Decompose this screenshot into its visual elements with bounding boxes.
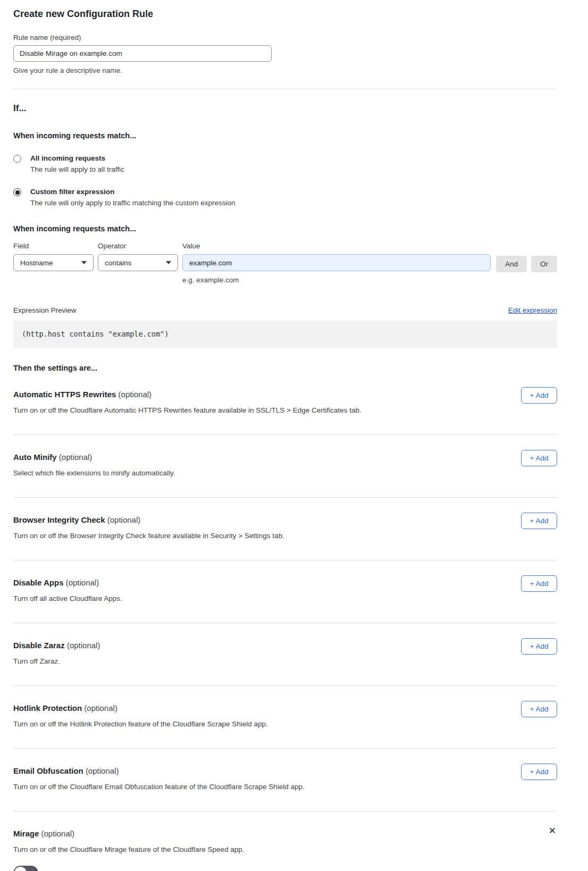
settings-heading: Then the settings are... — [13, 364, 557, 372]
add-button[interactable]: + Add — [521, 575, 557, 592]
field-column: Field Hostname — [13, 242, 94, 271]
rule-name-group: Rule name (required) Give your rule a de… — [13, 34, 557, 74]
setting-auto-minify: Auto Minify (optional) Select which file… — [13, 435, 557, 498]
radio-description: The rule will apply to all traffic — [30, 165, 124, 173]
optional-suffix: (optional) — [66, 578, 99, 587]
logic-buttons: And Or — [496, 256, 557, 272]
setting-disable-zaraz: Disable Zaraz (optional) Turn off Zaraz.… — [13, 623, 557, 686]
or-button[interactable]: Or — [531, 256, 557, 272]
value-column: Value e.g. example.com — [182, 242, 491, 284]
field-select-value: Hostname — [20, 259, 53, 267]
setting-title: Hotlink Protection (optional) — [13, 704, 557, 713]
add-button[interactable]: + Add — [521, 450, 557, 466]
toggle-knob — [14, 867, 27, 871]
edit-expression-link[interactable]: Edit expression — [508, 306, 557, 314]
setting-description: Turn on or off the Cloudflare Email Obfu… — [13, 783, 557, 791]
add-button[interactable]: + Add — [521, 701, 557, 717]
match-heading-1: When incoming requests match... — [13, 131, 557, 140]
chevron-down-icon — [166, 261, 171, 264]
setting-title: Email Obfuscation (optional) — [13, 766, 557, 775]
radio-description: The rule will only apply to traffic matc… — [30, 199, 235, 207]
add-button[interactable]: + Add — [521, 387, 557, 404]
expression-preview-code: (http.host contains "example.com") — [13, 321, 557, 348]
expression-preview-label: Expression Preview — [13, 306, 77, 314]
setting-description: Turn on or off the Browser Integrity Che… — [13, 532, 557, 540]
add-button[interactable]: + Add — [521, 764, 557, 780]
and-button[interactable]: And — [496, 256, 527, 272]
setting-description: Turn on or off the Hotlink Protection fe… — [13, 720, 557, 728]
setting-description: Turn off all active Cloudflare Apps. — [13, 594, 557, 602]
setting-description: Turn off Zaraz. — [13, 657, 557, 665]
expression-preview-header: Expression Preview Edit expression — [13, 306, 557, 314]
radio-option-custom-filter-expression[interactable]: Custom filter expression The rule will o… — [13, 188, 557, 207]
divider — [13, 89, 557, 89]
close-icon[interactable]: ✕ — [549, 826, 556, 835]
setting-title: Disable Zaraz (optional) — [13, 641, 557, 650]
chevron-down-icon — [81, 261, 87, 264]
setting-description: Turn on or off the Cloudflare Mirage fea… — [13, 845, 557, 853]
mirage-toggle-off[interactable]: ✕ — [13, 866, 38, 871]
field-label: Field — [13, 242, 94, 250]
setting-email-obfuscation: Email Obfuscation (optional) Turn on or … — [13, 749, 557, 811]
add-button[interactable]: + Add — [521, 513, 557, 529]
radio-option-all-incoming-requests[interactable]: All incoming requests The rule will appl… — [13, 154, 557, 173]
value-label: Value — [182, 242, 491, 250]
setting-automatic-https-rewrites: Automatic HTTPS Rewrites (optional) Turn… — [13, 372, 557, 435]
rule-name-input[interactable] — [13, 45, 272, 62]
optional-suffix: (optional) — [41, 829, 75, 838]
setting-description: Select which file extensions to minify a… — [13, 469, 557, 477]
optional-suffix: (optional) — [59, 453, 93, 462]
value-input[interactable] — [182, 254, 491, 271]
optional-suffix: (optional) — [107, 515, 141, 524]
optional-suffix: (optional) — [67, 641, 100, 650]
setting-title: Mirage (optional) — [13, 829, 557, 838]
setting-description: Turn on or off the Cloudflare Automatic … — [13, 406, 557, 414]
optional-suffix: (optional) — [119, 390, 152, 399]
setting-title: Automatic HTTPS Rewrites (optional) — [13, 390, 557, 399]
setting-hotlink-protection: Hotlink Protection (optional) Turn on or… — [13, 686, 557, 749]
setting-browser-integrity-check: Browser Integrity Check (optional) Turn … — [13, 498, 557, 560]
page-title: Create new Configuration Rule — [13, 9, 557, 20]
setting-title: Disable Apps (optional) — [13, 578, 557, 587]
radio-label: Custom filter expression — [30, 188, 235, 196]
match-heading-2: When incoming requests match... — [13, 224, 557, 233]
radio-icon[interactable] — [13, 155, 21, 163]
field-select[interactable]: Hostname — [13, 254, 94, 271]
optional-suffix: (optional) — [86, 766, 119, 775]
add-button[interactable]: + Add — [521, 638, 557, 655]
operator-select-value: contains — [105, 259, 131, 267]
setting-title: Browser Integrity Check (optional) — [13, 515, 557, 524]
radio-label: All incoming requests — [30, 154, 124, 162]
operator-select[interactable]: contains — [98, 254, 178, 271]
radio-icon[interactable] — [13, 188, 21, 196]
expression-builder-row: Field Hostname Operator contains Value e… — [13, 242, 557, 284]
optional-suffix: (optional) — [84, 704, 117, 713]
rule-name-help: Give your rule a descriptive name. — [13, 66, 557, 74]
operator-label: Operator — [98, 242, 178, 250]
operator-column: Operator contains — [98, 242, 178, 271]
setting-mirage: Mirage (optional) ✕ Turn on or off the C… — [13, 811, 557, 871]
rule-name-label: Rule name (required) — [13, 34, 557, 41]
setting-disable-apps: Disable Apps (optional) Turn off all act… — [13, 560, 557, 623]
create-configuration-rule-form: Create new Configuration Rule Rule name … — [0, 0, 588, 871]
setting-title: Auto Minify (optional) — [13, 453, 557, 462]
if-heading: If... — [13, 103, 557, 114]
value-help: e.g. example.com — [182, 276, 491, 284]
